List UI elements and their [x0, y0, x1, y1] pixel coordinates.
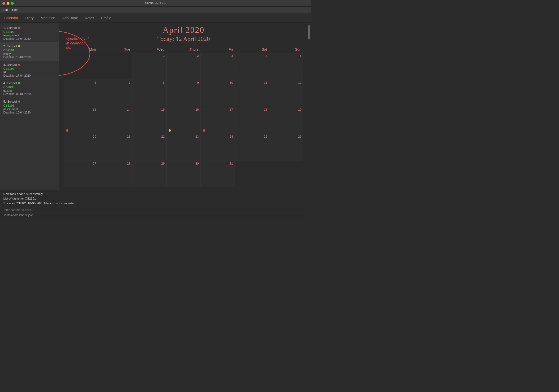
- task-module: CS2103: [3, 30, 56, 34]
- calendar-cell[interactable]: 8: [132, 80, 166, 106]
- calendar-cell[interactable]: 10: [201, 80, 235, 106]
- tab-addbook[interactable]: Add Book: [62, 15, 78, 21]
- menu-help[interactable]: Help: [12, 8, 19, 12]
- calendar-cell[interactable]: 15: [132, 107, 166, 133]
- day-wed: Wed: [132, 46, 166, 52]
- event-dot: [168, 129, 171, 132]
- task-desc: assginment: [3, 108, 56, 111]
- calendar-cell[interactable]: 11: [235, 80, 269, 106]
- day-headers: Mon Tue Wed Thurs Fri Sat Sun: [64, 46, 303, 52]
- minimize-button[interactable]: [7, 2, 9, 5]
- calendar-cell[interactable]: 24: [201, 134, 235, 160]
- task-item[interactable]: 4. School CS2030 dasdas Deadline: 02-04-…: [0, 79, 59, 98]
- calendar-cell[interactable]: 5: [269, 53, 303, 79]
- task-desc: dasdas: [3, 89, 56, 93]
- task-num: 2.: [3, 45, 6, 48]
- tab-calendar[interactable]: Calendar: [4, 15, 18, 21]
- calendar-row: 6789101112: [64, 80, 303, 106]
- calendar-cell[interactable]: 1: [132, 53, 166, 79]
- task-type: School: [7, 45, 17, 48]
- task-module: CS2030: [3, 85, 56, 89]
- calendar-cell[interactable]: 9: [167, 80, 201, 106]
- tab-diary[interactable]: Diary: [25, 15, 34, 21]
- calendar-month: April 2020: [64, 25, 303, 35]
- calendar-cell[interactable]: 3: [201, 53, 235, 79]
- calendar-cell: [98, 53, 132, 79]
- close-button[interactable]: [2, 2, 5, 5]
- command-row[interactable]: [0, 207, 311, 213]
- calendar-cell[interactable]: 20: [64, 134, 98, 160]
- calendar-wrapper: synchronized in calendar tab April 2020 …: [59, 23, 308, 190]
- calendar-cell[interactable]: 2: [167, 53, 201, 79]
- calendar-cell[interactable]: 14: [98, 107, 132, 133]
- calendar-cell[interactable]: 29: [132, 160, 166, 187]
- calendar-cell[interactable]: 26: [269, 134, 303, 160]
- cell-number: 3: [202, 54, 233, 57]
- day-tue: Tue: [98, 46, 132, 52]
- tab-notes[interactable]: Notes: [85, 15, 94, 21]
- main-content: 1. School CS2103 team project Deadline: …: [0, 23, 311, 190]
- calendar-cell[interactable]: 18: [235, 107, 269, 133]
- task-desc: essay: [3, 52, 56, 56]
- calendar-cell: [269, 160, 303, 187]
- app-title: NUSProductivity: [145, 2, 166, 5]
- navbar: Calendar Diary Mod plan Add Book Notes P…: [0, 13, 311, 23]
- task-priority-dot: [18, 82, 20, 84]
- calendar-cell[interactable]: 6: [64, 80, 98, 106]
- calendar-cell: [64, 53, 98, 79]
- calendar-cell[interactable]: 25: [235, 134, 269, 160]
- calendar-cell[interactable]: 27: [64, 160, 98, 187]
- menu-file[interactable]: File: [3, 8, 8, 12]
- calendar-cell[interactable]: 28: [98, 160, 132, 187]
- tab-profile[interactable]: Profile: [101, 15, 111, 21]
- cell-number: 23: [168, 135, 199, 138]
- cell-number: 27: [65, 162, 96, 165]
- calendar-row: 2728293031: [64, 160, 303, 187]
- calendar-cell[interactable]: 30: [167, 160, 201, 187]
- maximize-button[interactable]: [11, 2, 14, 5]
- calendar-cell[interactable]: 12: [269, 80, 303, 106]
- calendar-rows: 1234567891011121314151617181920212223242…: [64, 53, 303, 187]
- calendar-cell[interactable]: 23: [167, 134, 201, 160]
- day-mon: Mon: [64, 46, 98, 52]
- cell-number: 14: [100, 108, 130, 111]
- cell-number: 17: [202, 108, 233, 111]
- task-header: 2. School: [3, 45, 56, 48]
- scrollbar[interactable]: [308, 23, 311, 190]
- calendar-cell[interactable]: 13: [64, 107, 98, 133]
- calendar-cell[interactable]: 17: [201, 107, 235, 133]
- task-module: CS2103: [3, 67, 56, 70]
- cell-number: 4: [237, 54, 267, 57]
- output-line2: List of tasks for CS2101: [3, 196, 307, 201]
- cell-number: 8: [134, 81, 165, 84]
- calendar-area: April 2020 Today: 12 April 2020 Mon Tue …: [59, 23, 308, 190]
- filepath: ./data/addressbook.json: [0, 213, 311, 217]
- task-deadline: Deadline: 13-04-2020: [3, 37, 56, 40]
- command-input[interactable]: [2, 208, 308, 212]
- task-priority-dot: [18, 101, 20, 103]
- calendar-header: April 2020 Today: 12 April 2020: [64, 25, 303, 43]
- task-item[interactable]: 2. School CS2101 essay Deadline: 16-04-2…: [0, 43, 59, 61]
- tab-modplan[interactable]: Mod plan: [41, 15, 55, 21]
- cell-number: 2: [168, 54, 199, 57]
- task-item[interactable]: 1. School CS2103 team project Deadline: …: [0, 24, 59, 43]
- calendar-cell[interactable]: 22: [132, 134, 166, 160]
- calendar-cell[interactable]: 31: [201, 160, 235, 187]
- day-sat: Sat: [235, 46, 269, 52]
- calendar-cell[interactable]: 19: [269, 107, 303, 133]
- cell-number: 20: [65, 135, 96, 138]
- calendar-cell[interactable]: 4: [235, 53, 269, 79]
- cell-number: 18: [237, 108, 267, 111]
- calendar-cell[interactable]: 16: [167, 107, 201, 133]
- task-item[interactable]: 5. School CS2103 assginment Deadline: 10…: [0, 98, 59, 116]
- task-desc: team project: [3, 34, 56, 37]
- calendar-cell[interactable]: 21: [98, 134, 132, 160]
- calendar-row: 20212223242526: [64, 134, 303, 160]
- scrollbar-thumb[interactable]: [308, 25, 310, 39]
- calendar-row: 12345: [64, 53, 303, 79]
- task-item[interactable]: 3. School CS2103 PE Deadline: 17-04-2020: [0, 61, 59, 79]
- titlebar: NUSProductivity: [0, 0, 311, 7]
- task-type: School: [7, 100, 17, 103]
- calendar-cell[interactable]: 7: [98, 80, 132, 106]
- task-header: 3. School: [3, 63, 56, 66]
